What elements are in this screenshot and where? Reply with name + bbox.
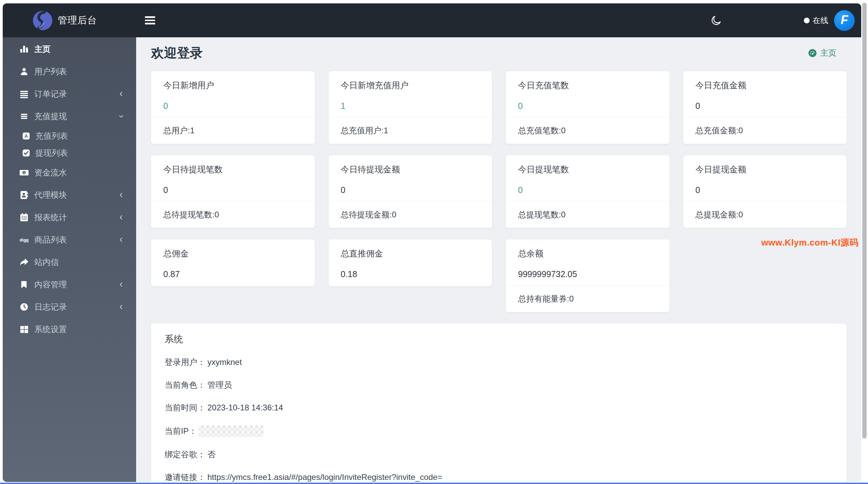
stat-card-value: 9999999732.05: [518, 269, 657, 279]
dashboard-icon: [808, 49, 817, 58]
sidebar-item-label: 内容管理: [34, 279, 67, 290]
sidebar-item-label: 商品列表: [34, 234, 67, 245]
sidebar-item-fund-flow[interactable]: 1 资金流水: [3, 161, 136, 184]
sidebar-item-users[interactable]: 用户列表: [3, 60, 136, 83]
stat-card-footer: 总提现金额:0: [683, 201, 847, 228]
stat-card-value: 0.87: [163, 269, 302, 279]
breadcrumb-label: 主页: [820, 47, 836, 58]
system-row-invite-link: 邀请链接： https://ymcs.free1.asia/#/pages/lo…: [165, 472, 833, 482]
system-row-current-ip: 当前IP：: [165, 425, 833, 437]
money-bill-icon: 1: [19, 167, 30, 178]
user-avatar[interactable]: F: [834, 10, 855, 31]
clock-icon: [19, 302, 30, 312]
sidebar-item-log-records[interactable]: 日志记录: [3, 296, 136, 318]
windows-icon: [19, 324, 30, 335]
sidebar-item-orders[interactable]: 订单记录: [3, 83, 136, 105]
system-panel: 系统 登录用户： yxymknet 当前角色： 管理员 当前时间： 2023-1…: [151, 324, 847, 482]
chevron-left-icon: [118, 192, 125, 198]
stat-card-value: 1: [341, 101, 480, 111]
stat-card-total-commission: 总佣金 0.87: [151, 239, 315, 286]
chevron-left-icon: [118, 214, 125, 221]
svg-text:1: 1: [23, 171, 25, 174]
breadcrumb[interactable]: 主页: [808, 47, 836, 58]
stat-card-title: 今日新增用户: [163, 80, 302, 90]
sidebar-toggle-button[interactable]: [145, 15, 158, 26]
system-row-login-user: 登录用户： yxymknet: [165, 357, 833, 367]
main-content: 欢迎登录 主页 今日新增用户 0: [136, 37, 861, 482]
system-row-value: 管理员: [207, 380, 232, 390]
sidebar-item-recharge-withdraw[interactable]: 充值提现: [3, 105, 136, 128]
chart-bar-icon: [19, 44, 30, 55]
stat-card-title: 今日提现笔数: [518, 164, 657, 174]
system-row-label: 当前角色：: [165, 380, 205, 390]
stat-card-title: 总佣金: [163, 248, 302, 258]
stat-card-value: 0: [341, 185, 480, 195]
moon-icon: [710, 15, 722, 26]
system-panel-title: 系统: [165, 333, 833, 345]
stat-card-footer: 总充值金额:0: [683, 117, 847, 144]
sidebar-item-product-list[interactable]: digg 商品列表: [3, 229, 136, 251]
stat-card-footer: 总待提现金额:0: [329, 201, 492, 228]
avatar-letter: F: [841, 13, 848, 27]
system-row-label: 登录用户：: [165, 357, 205, 367]
window-bottom-edge: [0, 483, 868, 484]
watermark: www.Klym.com-KI源码: [761, 237, 858, 249]
sidebar-item-label: 日志记录: [34, 302, 67, 312]
system-row-value: 否: [207, 449, 216, 460]
brand-logo-icon: [33, 11, 52, 30]
sidebar-item-recharge-list[interactable]: A 充值列表: [3, 128, 136, 144]
stat-card-title: 今日充值笔数: [518, 80, 657, 90]
sidebar-item-label: 用户列表: [34, 66, 67, 77]
stat-card-value: 0: [696, 185, 835, 195]
sidebar-item-site-message[interactable]: 站内信: [3, 251, 136, 273]
system-row-value: https://ymcs.free1.asia/#/pages/login/In…: [207, 472, 442, 482]
stat-cards-row-3: 总佣金 0.87 总直推佣金 0.18 总余额 9999999732.05 总持…: [151, 239, 847, 312]
stat-card-value: 0: [518, 101, 657, 111]
sidebar-item-report-stats[interactable]: 报表统计: [3, 206, 136, 229]
stat-card-value: 0: [518, 185, 657, 195]
stat-card-recharge-amount: 今日充值金额 0 总充值金额:0: [683, 71, 847, 144]
calendar-icon: [19, 212, 30, 223]
sidebar-item-label: 代理模块: [34, 190, 67, 200]
stat-card-withdraw-amount: 今日提现金额 0 总提现金额:0: [683, 155, 847, 228]
sidebar-item-label: 充值提现: [34, 111, 67, 122]
sidebar-item-label: 站内信: [34, 257, 59, 268]
stat-cards-row-1: 今日新增用户 0 总用户:1 今日新增充值用户 1 总充值用户:1 今日充值笔数…: [151, 71, 847, 144]
stat-card-value: 0.18: [341, 269, 480, 279]
list-icon: [19, 89, 30, 99]
stat-card-title: 总直推佣金: [341, 248, 480, 258]
stat-card-title: 今日提现金额: [696, 164, 835, 174]
system-row-current-role: 当前角色： 管理员: [165, 380, 833, 390]
digg-icon: digg: [19, 234, 30, 245]
chevron-down-icon: [118, 113, 125, 120]
stat-card-title: 今日充值金额: [696, 80, 835, 90]
chevron-left-icon: [118, 304, 125, 310]
stat-card-footer: 总用户:1: [151, 117, 315, 144]
stat-card-value: 0: [163, 101, 302, 111]
chevron-left-icon: [118, 281, 125, 288]
stat-card-new-recharge-users: 今日新增充值用户 1 总充值用户:1: [329, 71, 492, 144]
sidebar-item-system-settings[interactable]: 系统设置: [3, 318, 136, 341]
scrollbar[interactable]: [862, 3, 867, 439]
sidebar-item-label: 资金流水: [34, 167, 67, 178]
stat-card-withdraw-count: 今日提现笔数 0 总提现笔数:0: [506, 155, 669, 228]
admin-app-window: 管理后台 在线 F 主页: [3, 3, 861, 482]
sidebar-item-content-management[interactable]: 内容管理: [3, 273, 136, 296]
sidebar-item-withdraw-list[interactable]: 提现列表: [3, 144, 136, 161]
sidebar-item-label: 订单记录: [34, 89, 67, 99]
system-row-value: yxymknet: [207, 357, 242, 367]
dark-mode-toggle-button[interactable]: [709, 14, 723, 27]
stat-card-footer: 总持有能量券:0: [506, 285, 669, 312]
stat-card-direct-commission: 总直推佣金 0.18: [329, 239, 492, 286]
stat-card-new-users: 今日新增用户 0 总用户:1: [151, 71, 315, 144]
sidebar-item-agent-module[interactable]: 代理模块: [3, 184, 136, 206]
masked-ip-value: [198, 425, 263, 437]
sidebar-item-home[interactable]: 主页: [3, 38, 136, 60]
stat-card-footer: 总提现笔数:0: [506, 201, 669, 228]
stat-card-value: 0: [696, 101, 835, 111]
chevron-left-icon: [118, 91, 125, 97]
system-row-label: 当前时间：: [165, 403, 205, 413]
online-label: 在线: [813, 15, 828, 26]
system-row-label: 绑定谷歌：: [165, 449, 205, 460]
stat-card-footer: 总充值笔数:0: [506, 117, 669, 144]
